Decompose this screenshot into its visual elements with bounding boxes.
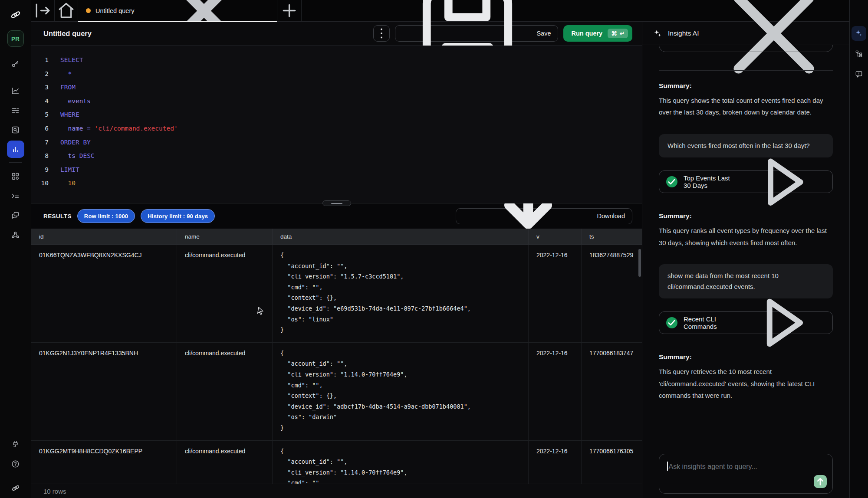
sidebar-item-webhooks[interactable]: [7, 226, 24, 243]
summary-heading: Summary:: [659, 82, 833, 90]
column-header-name: name: [177, 229, 273, 244]
saved-query-card[interactable]: Top Events Last 30 Days: [659, 170, 833, 193]
code-line: 2 *: [31, 67, 642, 81]
previous-card-partial: [659, 45, 833, 52]
rail-item-feedback[interactable]: [852, 67, 866, 82]
sidebar-item-console[interactable]: [7, 187, 24, 204]
results-label: RESULTS: [43, 213, 72, 220]
cell-id: 01KGG2N1J3Y0ENP1R4F1335BNH: [31, 343, 177, 440]
key-icon: [11, 59, 20, 69]
summary-text: This query shows the total count of even…: [659, 95, 833, 118]
bar-chart-icon: [11, 145, 20, 154]
code-line: 3FROM: [31, 81, 642, 95]
download-button[interactable]: Download: [456, 208, 633, 224]
tab-label: Untitled query: [95, 7, 134, 14]
brand-infinity-logo-icon: [7, 9, 24, 21]
cell-ts: 1770066176305: [582, 441, 642, 484]
column-header-ts: ts: [582, 229, 642, 244]
table-body: 01K66TQNZA3WFBQ8XN2KXSG4CJcli/command.ex…: [31, 245, 642, 484]
apps-grid-icon: [11, 172, 20, 181]
cell-v: 2022-12-16: [529, 245, 582, 342]
sidebar-item-help[interactable]: [7, 455, 24, 472]
cell-ts: 1836274887529: [582, 245, 642, 342]
cell-ts: 1770066183747: [582, 343, 642, 440]
table-header: idnamedatavts: [31, 229, 642, 245]
code-line: 4 events: [31, 95, 642, 108]
feedback-icon: [855, 70, 863, 79]
console-icon: [11, 191, 20, 200]
insights-title: Insights AI: [668, 29, 699, 37]
run-query-button[interactable]: Run query ⌘↵: [563, 25, 632, 42]
sidebar-bottom: [0, 433, 31, 498]
pane-resize-handle[interactable]: [322, 200, 351, 206]
play-icon[interactable]: [738, 138, 825, 226]
saved-query-card[interactable]: Recent CLI Commands: [659, 311, 833, 334]
line-number: 1: [31, 53, 49, 67]
play-icon[interactable]: [736, 278, 825, 367]
cell-name: cli/command.executed: [177, 343, 273, 440]
insights-input[interactable]: Ask insights agent to query...: [659, 454, 833, 494]
table-row[interactable]: 01KGG2MT9H8H8CCDQ0ZK16BEPPcli/command.ex…: [31, 441, 642, 484]
rail-item-insights-ai[interactable]: [852, 26, 866, 41]
sidebar-nav: [7, 53, 24, 243]
sidebar-item-integrations[interactable]: [7, 436, 24, 453]
row-count: 10 rows: [43, 488, 66, 495]
sidebar-item-chat[interactable]: [7, 206, 24, 224]
query-actions: Save Run query ⌘↵: [373, 25, 632, 42]
avatar[interactable]: PR: [7, 30, 24, 47]
line-number: 2: [31, 67, 49, 81]
line-number: 8: [31, 149, 49, 163]
sidebar-item-apps[interactable]: [7, 167, 24, 185]
sidebar-item-explore[interactable]: [7, 121, 24, 138]
code-line: 1SELECT: [31, 53, 642, 67]
query-card-label: Top Events Last 30 Days: [684, 174, 732, 189]
save-button[interactable]: Save: [395, 25, 558, 42]
sidebar-item-streams[interactable]: [7, 102, 24, 119]
page-title: Untitled query: [43, 29, 92, 38]
webhook-icon: [11, 230, 20, 239]
collapse-sidebar-icon[interactable]: [31, 0, 55, 21]
cell-data: { "account_id": "", "cli_version": "1.14…: [273, 343, 529, 440]
query-header: Untitled query Save Run query ⌘↵: [31, 22, 642, 46]
more-options-button[interactable]: [373, 25, 390, 42]
cell-id: 01K66TQNZA3WFBQ8XN2KXSG4CJ: [31, 245, 177, 342]
line-number: 9: [31, 163, 49, 177]
insights-conversation: Summary:This query shows the total count…: [642, 45, 849, 451]
code-line: 8 ts DESC: [31, 149, 642, 163]
search-doc-icon: [11, 125, 20, 134]
home-icon[interactable]: [55, 0, 78, 21]
schema-tree-icon: [855, 49, 863, 58]
line-number: 3: [31, 81, 49, 95]
table-scrollbar[interactable]: [638, 249, 641, 277]
cell-v: 2022-12-16: [529, 343, 582, 440]
results-toolbar: RESULTS Row limit : 1000History limit : …: [31, 203, 642, 229]
tab-untitled-query[interactable]: Untitled query: [78, 0, 277, 21]
help-icon: [11, 459, 20, 469]
cell-name: cli/command.executed: [177, 245, 273, 342]
sql-editor[interactable]: 1SELECT2 *3FROM4 events5WHERE6 name = 'c…: [31, 46, 642, 203]
send-button[interactable]: [814, 475, 827, 488]
sidebar-item-query[interactable]: [7, 141, 24, 158]
run-shortcut-badge: ⌘↵: [608, 29, 628, 38]
limit-badge-0: Row limit : 1000: [77, 209, 135, 223]
table-row[interactable]: 01K66TQNZA3WFBQ8XN2KXSG4CJcli/command.ex…: [31, 245, 642, 343]
cell-v: 2022-12-16: [529, 441, 582, 484]
sidebar-item-dashboards[interactable]: [7, 82, 24, 99]
command-key: ⌘: [611, 30, 617, 37]
code-line: 5WHERE: [31, 108, 642, 122]
sidebar-item-api-keys[interactable]: [7, 55, 24, 72]
status-bar: 10 rows: [31, 484, 642, 498]
chart-line-icon: [11, 86, 20, 95]
rail-item-schema[interactable]: [852, 46, 866, 61]
table-row[interactable]: 01KGG2N1J3Y0ENP1R4F1335BNHcli/command.ex…: [31, 343, 642, 441]
column-header-v: v: [529, 229, 582, 244]
sparkles-icon: [855, 29, 863, 38]
cell-name: cli/command.executed: [177, 441, 273, 484]
query-card-label: Recent CLI Commands: [684, 315, 730, 330]
text-caret: [667, 462, 668, 471]
main-area: Untitled query Save Run query ⌘↵ 1SELECT…: [31, 22, 642, 498]
new-tab-button[interactable]: [277, 0, 302, 21]
column-header-data: data: [273, 229, 529, 244]
unsaved-dot: [86, 8, 91, 13]
column-header-id: id: [31, 229, 177, 244]
